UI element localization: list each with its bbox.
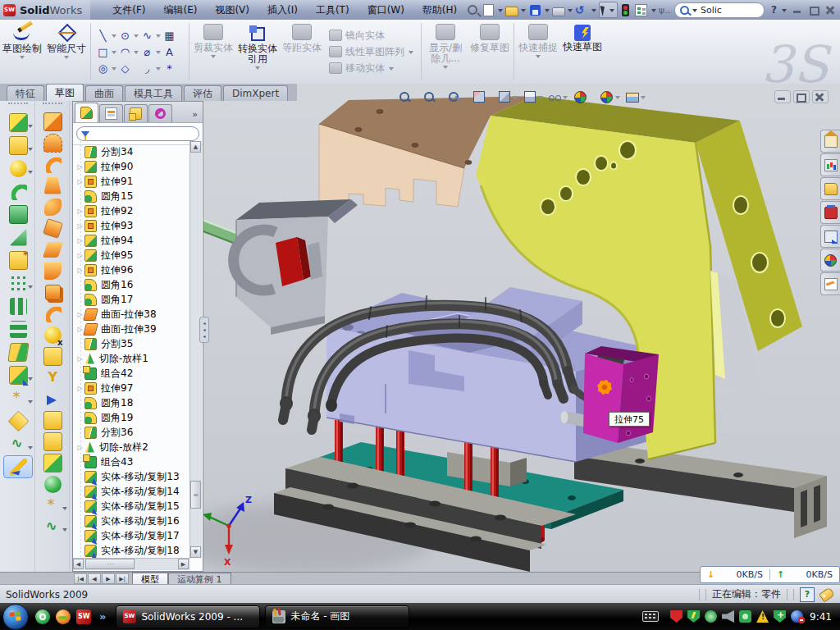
expand-arrow-icon[interactable]: ▷ bbox=[75, 208, 84, 215]
open-dropdown[interactable] bbox=[521, 9, 526, 15]
surface-tool-button[interactable] bbox=[36, 303, 69, 324]
feature-tree-item[interactable]: ▷ 分割36 bbox=[73, 425, 189, 440]
tray-icon[interactable] bbox=[722, 610, 734, 623]
document-tab[interactable]: 运动算例 1 bbox=[168, 573, 231, 585]
rapid-sketch-button[interactable]: 快速草图 bbox=[560, 20, 605, 84]
save-button[interactable] bbox=[530, 5, 541, 16]
surface-tool-button[interactable] bbox=[36, 239, 69, 260]
open-file-button[interactable] bbox=[505, 7, 518, 16]
tray-icon[interactable] bbox=[791, 610, 803, 623]
search-input[interactable]: Solic bbox=[701, 5, 722, 16]
hscroll-thumb[interactable]: ⋯ bbox=[85, 559, 135, 569]
task-pane-tab[interactable] bbox=[820, 272, 840, 295]
model-3d[interactable]: Y Z X bbox=[203, 84, 840, 572]
sketch-button[interactable]: 草图绘制 bbox=[0, 20, 44, 84]
feature-tree-item[interactable]: ▷ 实体-移动/复制14 bbox=[73, 484, 189, 499]
ribbon-tab[interactable]: 评估 bbox=[184, 85, 221, 101]
task-pane-tab[interactable] bbox=[820, 249, 840, 272]
sketch-entity-button[interactable]: ⊙ bbox=[118, 29, 132, 43]
expand-arrow-icon[interactable]: ▷ bbox=[75, 178, 84, 185]
view-tool-button[interactable] bbox=[448, 91, 468, 103]
doc-minimize-button[interactable] bbox=[774, 90, 791, 103]
quick-launch-icon[interactable] bbox=[56, 609, 71, 624]
surface-tool-button[interactable] bbox=[36, 388, 69, 409]
feature-tree-item[interactable]: ▷ 拉伸93 bbox=[73, 218, 189, 233]
view-tool-button[interactable] bbox=[549, 92, 568, 102]
doc-restore-button[interactable] bbox=[793, 90, 810, 103]
select-dropdown[interactable] bbox=[609, 9, 614, 15]
sketch-entity-button[interactable]: □ bbox=[96, 45, 110, 59]
new-dropdown[interactable] bbox=[498, 9, 503, 15]
surface-tool-button[interactable] bbox=[36, 196, 69, 217]
surface-tool-button[interactable] bbox=[36, 324, 69, 345]
expand-arrow-icon[interactable]: ▷ bbox=[75, 267, 84, 274]
pin-icon[interactable] bbox=[468, 5, 477, 15]
smart-dimension-button[interactable]: 智能尺寸 bbox=[44, 20, 89, 84]
sketch-entity-button[interactable]: ◎ bbox=[96, 62, 110, 75]
feature-tool-button[interactable] bbox=[2, 363, 34, 386]
surface-tool-button[interactable] bbox=[36, 452, 69, 473]
feature-tree-item[interactable]: ▷ 拉伸95 bbox=[73, 248, 189, 262]
feature-tree-item[interactable]: ▷ 圆角17 bbox=[73, 292, 189, 307]
surface-tool-button[interactable] bbox=[36, 516, 69, 537]
status-help-button[interactable]: ? bbox=[800, 587, 815, 602]
tree-vertical-scrollbar[interactable]: ▲ ≡ ▼ bbox=[189, 141, 202, 558]
feature-tool-button[interactable] bbox=[2, 386, 34, 409]
feature-tree-item[interactable]: ▷ 曲面-拉伸39 bbox=[73, 322, 189, 336]
tab-configuration-manager[interactable] bbox=[124, 104, 148, 122]
sketch-entity-button[interactable]: * bbox=[162, 62, 176, 75]
scroll-down-button[interactable]: ▼ bbox=[190, 546, 201, 558]
panel-overflow-button[interactable]: » bbox=[192, 109, 201, 122]
print-button[interactable] bbox=[552, 7, 565, 16]
tab-feature-manager[interactable] bbox=[75, 103, 98, 122]
doc-close-button[interactable] bbox=[812, 90, 829, 103]
feature-tree-item[interactable]: ▷ 拉伸90 bbox=[73, 159, 189, 174]
feature-tree-item[interactable]: ▷ 实体-移动/复制15 bbox=[73, 499, 189, 514]
entity-dropdown[interactable] bbox=[156, 51, 161, 57]
menu-item[interactable]: 窗口(W) bbox=[360, 2, 412, 19]
entity-dropdown[interactable] bbox=[112, 51, 116, 57]
menu-item[interactable]: 视图(V) bbox=[208, 2, 257, 19]
task-pane-tab[interactable] bbox=[820, 225, 840, 248]
view-tool-button[interactable] bbox=[423, 91, 443, 103]
print-dropdown[interactable] bbox=[568, 9, 573, 15]
sketch-entity-button[interactable]: ◇ bbox=[118, 62, 132, 75]
task-pane-tab[interactable] bbox=[820, 153, 840, 176]
feature-tree-item[interactable]: ▷ 拉伸92 bbox=[73, 203, 189, 218]
viewport-canvas[interactable]: Y Z X 拉伸75 bbox=[203, 84, 840, 572]
tray-icon[interactable] bbox=[739, 610, 751, 623]
feature-tree-item[interactable]: ▷ 切除-放样2 bbox=[73, 440, 189, 454]
entity-dropdown[interactable] bbox=[156, 67, 161, 73]
surface-tool-button[interactable] bbox=[36, 495, 69, 516]
surface-tool-button[interactable] bbox=[36, 345, 69, 367]
feature-tree-item[interactable]: ▷ 拉伸97 bbox=[73, 381, 189, 395]
tray-icon[interactable] bbox=[670, 610, 682, 623]
feature-tree-item[interactable]: ▷ 圆角16 bbox=[73, 277, 189, 292]
feature-tool-button[interactable] bbox=[2, 409, 34, 432]
feature-tree-item[interactable]: ▷ 曲面-拉伸38 bbox=[73, 307, 189, 322]
minimize-button[interactable] bbox=[791, 4, 804, 16]
tab-nav-button[interactable]: ◀ bbox=[88, 573, 101, 584]
tab-nav-button[interactable]: |◀ bbox=[74, 573, 87, 584]
ribbon-tab[interactable]: 模具工具 bbox=[125, 85, 182, 101]
feature-tool-button[interactable] bbox=[2, 134, 34, 157]
help-button[interactable]: ? bbox=[769, 4, 779, 16]
tab-dimxpert-manager[interactable] bbox=[148, 104, 172, 122]
surface-tool-button[interactable] bbox=[36, 111, 69, 132]
expand-arrow-icon[interactable]: ▷ bbox=[75, 444, 84, 451]
sketch-entity-button[interactable]: ╲ bbox=[96, 29, 110, 43]
feature-tree-item[interactable]: ▷ 拉伸91 bbox=[73, 174, 189, 189]
options-button[interactable] bbox=[635, 4, 647, 16]
feature-tree-item[interactable]: ▷ 实体-移动/复制18 bbox=[73, 543, 189, 558]
entity-dropdown[interactable] bbox=[156, 34, 161, 40]
search-box[interactable]: Solic bbox=[674, 2, 765, 18]
restore-button[interactable] bbox=[807, 4, 820, 16]
tab-nav-button[interactable]: ▶| bbox=[116, 573, 129, 584]
feature-tool-button[interactable] bbox=[2, 180, 34, 203]
slide-clamp[interactable] bbox=[234, 199, 358, 335]
feature-tree-item[interactable]: ▷ 组合43 bbox=[73, 454, 189, 469]
convert-entities-button[interactable]: 转换实体引用 bbox=[235, 20, 280, 84]
surface-tool-button[interactable] bbox=[36, 175, 69, 196]
surface-tool-button[interactable] bbox=[36, 409, 69, 431]
view-tool-button[interactable] bbox=[472, 90, 493, 103]
